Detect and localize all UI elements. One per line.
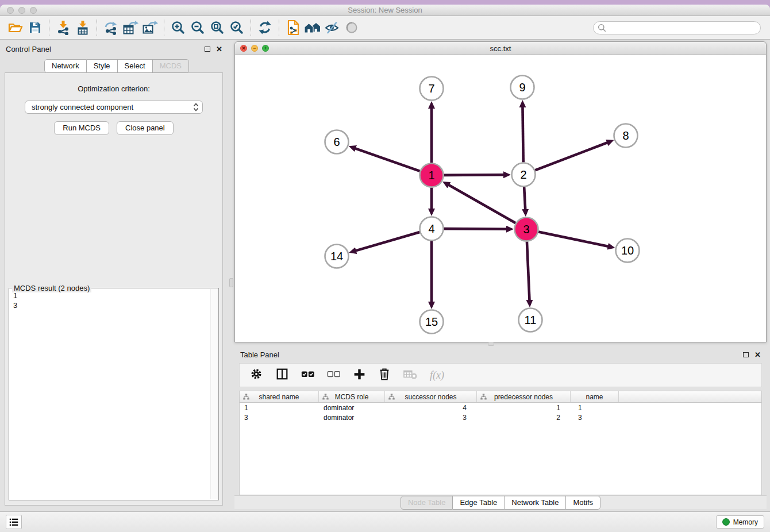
tab-select[interactable]: Select xyxy=(118,59,153,73)
open-session-button[interactable] xyxy=(6,19,25,36)
close-panel-icon[interactable]: ✕ xyxy=(216,45,222,53)
graph-node-1[interactable]: 1 xyxy=(420,164,444,187)
delete-column-button[interactable] xyxy=(378,367,391,383)
graph-node-9[interactable]: 9 xyxy=(511,76,534,99)
delete-table-button[interactable] xyxy=(403,368,418,383)
zoom-fit-icon xyxy=(210,20,225,35)
graph-edge-4-14[interactable] xyxy=(355,232,419,251)
hide-selected-button[interactable] xyxy=(322,19,342,36)
close-table-panel-icon[interactable]: ✕ xyxy=(754,351,761,358)
zoom-fit-button[interactable] xyxy=(207,19,227,36)
optimization-criterion-select[interactable]: strongly connected component xyxy=(25,101,203,114)
zoom-selected-button[interactable] xyxy=(227,19,247,36)
import-network-button[interactable] xyxy=(53,19,73,36)
add-column-button[interactable] xyxy=(353,368,366,383)
column-header-MCDS-role[interactable]: MCDS role xyxy=(319,391,385,402)
close-window-button[interactable] xyxy=(7,7,14,14)
result-scrollbar[interactable] xyxy=(210,289,218,499)
import-table-button[interactable] xyxy=(73,19,93,36)
svg-text:6: 6 xyxy=(333,136,340,148)
search-input[interactable] xyxy=(609,24,756,32)
task-history-button[interactable] xyxy=(6,515,22,529)
graph-edge-1-6[interactable] xyxy=(355,148,420,171)
graph-node-11[interactable]: 11 xyxy=(519,309,542,332)
svg-text:14: 14 xyxy=(330,250,343,263)
close-panel-button[interactable]: Close panel xyxy=(117,121,174,135)
tab-node-table[interactable]: Node Table xyxy=(401,496,453,510)
horizontal-splitter-handle[interactable] xyxy=(488,342,494,346)
zoom-in-button[interactable] xyxy=(168,19,188,36)
refresh-button[interactable] xyxy=(255,19,275,36)
graph-edge-3-11[interactable] xyxy=(527,241,530,300)
table-cell[interactable]: 3 xyxy=(240,414,319,422)
zoom-window-button[interactable] xyxy=(30,7,37,14)
tab-network[interactable]: Network xyxy=(44,59,87,73)
show-columns-button[interactable] xyxy=(275,367,289,383)
first-neighbors-button[interactable] xyxy=(303,19,322,36)
zoom-out-button[interactable] xyxy=(188,19,207,36)
tab-mcds[interactable]: MCDS xyxy=(153,59,189,73)
column-header-successor-nodes[interactable]: successor nodes xyxy=(385,391,477,402)
tab-motifs[interactable]: Motifs xyxy=(566,496,600,510)
table-cell[interactable]: 3 xyxy=(385,414,477,422)
tab-network-table[interactable]: Network Table xyxy=(505,496,566,510)
network-canvas[interactable]: 7968124314101511 xyxy=(235,55,766,342)
tab-edge-table[interactable]: Edge Table xyxy=(453,496,505,510)
graph-edge-2-3[interactable] xyxy=(524,187,525,210)
graph-edge-2-9[interactable] xyxy=(522,106,523,162)
zoom-network-button[interactable]: + xyxy=(262,45,269,52)
mcds-result-text[interactable]: 13 xyxy=(10,289,210,499)
graph-node-4[interactable]: 4 xyxy=(420,217,444,241)
tab-style[interactable]: Style xyxy=(87,59,118,73)
minimize-network-button[interactable]: − xyxy=(251,45,258,52)
export-network-button[interactable] xyxy=(101,19,121,36)
graph-edge-3-1[interactable] xyxy=(448,185,515,223)
export-image-button[interactable] xyxy=(140,19,160,36)
graph-node-10[interactable]: 10 xyxy=(616,239,640,263)
save-session-button[interactable] xyxy=(25,19,45,36)
deselect-all-button[interactable] xyxy=(327,369,341,381)
table-cell[interactable]: dominator xyxy=(319,404,385,412)
table-cell[interactable]: 4 xyxy=(385,404,477,412)
table-cell[interactable]: dominator xyxy=(319,414,385,422)
float-panel-icon[interactable] xyxy=(205,47,210,52)
graph-node-7[interactable]: 7 xyxy=(420,77,444,101)
table-cell[interactable]: 3 xyxy=(571,414,619,422)
minimize-window-button[interactable] xyxy=(18,7,25,14)
column-header-name[interactable]: name xyxy=(571,391,619,402)
export-image-icon xyxy=(142,20,158,35)
memory-button[interactable]: Memory xyxy=(716,515,764,529)
new-network-from-selection-button[interactable] xyxy=(283,19,303,36)
column-header-shared-name[interactable]: shared name xyxy=(240,391,319,402)
run-mcds-button[interactable]: Run MCDS xyxy=(54,121,109,135)
graph-edge-3-10[interactable] xyxy=(538,232,609,246)
export-table-button[interactable] xyxy=(121,19,140,36)
float-table-panel-icon[interactable] xyxy=(743,352,749,357)
graph-node-14[interactable]: 14 xyxy=(325,245,349,268)
function-builder-button[interactable]: f(x) xyxy=(430,369,444,381)
column-header-predecessor-nodes[interactable]: predecessor nodes xyxy=(477,391,571,402)
graph-node-8[interactable]: 8 xyxy=(614,124,638,148)
table-cell[interactable]: 1 xyxy=(477,404,571,412)
table-row[interactable]: 1dominator411 xyxy=(240,403,761,413)
search-field[interactable] xyxy=(593,21,761,34)
table-cell[interactable]: 2 xyxy=(477,414,571,422)
control-panel: Control Panel ✕ Network Style Select MCD… xyxy=(0,41,228,506)
show-all-button[interactable] xyxy=(342,19,361,36)
close-network-button[interactable]: ✕ xyxy=(240,45,247,52)
table-cell[interactable]: 1 xyxy=(240,404,319,412)
vertical-splitter-handle[interactable] xyxy=(229,278,233,287)
graph-edge-1-2[interactable] xyxy=(444,175,504,175)
table-settings-button[interactable] xyxy=(249,367,263,383)
select-all-button[interactable] xyxy=(301,369,315,381)
network-window-titlebar[interactable]: ✕−+ scc.txt xyxy=(235,42,766,55)
graph-node-2[interactable]: 2 xyxy=(512,163,536,187)
select-all-icon xyxy=(301,369,315,379)
table-cell[interactable]: 1 xyxy=(571,404,619,412)
graph-node-6[interactable]: 6 xyxy=(325,130,349,154)
graph-edge-2-8[interactable] xyxy=(535,142,608,170)
graph-node-15[interactable]: 15 xyxy=(420,310,444,334)
graph-node-3[interactable]: 3 xyxy=(515,218,538,241)
graph-edge-4-3[interactable] xyxy=(444,229,507,229)
table-row[interactable]: 3dominator323 xyxy=(240,413,761,422)
